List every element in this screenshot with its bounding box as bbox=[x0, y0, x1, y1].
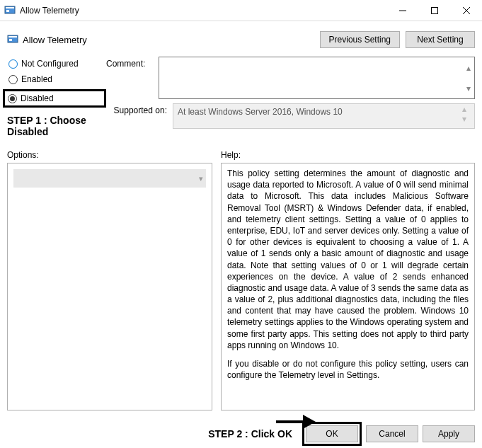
subtitle-icon bbox=[7, 34, 18, 45]
radio-icon bbox=[8, 75, 18, 84]
ok-highlight: OK bbox=[302, 422, 362, 446]
next-setting-button[interactable]: Next Setting bbox=[406, 31, 475, 48]
window-title: Allow Telemetry bbox=[20, 6, 386, 16]
options-label: Options: bbox=[7, 150, 212, 160]
radio-icon bbox=[8, 94, 17, 103]
help-text-1: This policy setting determines the amoun… bbox=[227, 168, 469, 351]
annotation-step1: STEP 1 : Choose Disabled bbox=[7, 112, 106, 143]
spin-down-icon[interactable]: ▾ bbox=[462, 78, 474, 98]
svg-rect-1 bbox=[6, 7, 14, 8]
cancel-button[interactable]: Cancel bbox=[366, 425, 418, 442]
spin-up-icon[interactable]: ▴ bbox=[462, 57, 474, 78]
spin-down-icon: ▾ bbox=[462, 114, 474, 124]
options-panel: ▾ bbox=[7, 163, 212, 410]
maximize-button[interactable] bbox=[418, 0, 450, 21]
help-text-2: If you disable or do not configure this … bbox=[227, 358, 469, 381]
radio-enabled[interactable]: Enabled bbox=[7, 74, 106, 85]
svg-rect-8 bbox=[8, 36, 17, 38]
radio-not-configured[interactable]: Not Configured bbox=[7, 58, 106, 69]
help-panel[interactable]: This policy setting determines the amoun… bbox=[221, 163, 475, 410]
radio-icon bbox=[8, 59, 18, 69]
help-label: Help: bbox=[221, 150, 475, 160]
options-dropdown: ▾ bbox=[13, 169, 206, 188]
previous-setting-button[interactable]: Previous Setting bbox=[320, 31, 400, 48]
app-icon bbox=[4, 5, 16, 16]
page-title: Allow Telemetry bbox=[23, 35, 320, 45]
supported-on-text: At least Windows Server 2016, Windows 10 bbox=[178, 107, 343, 117]
supported-on-label: Supported on: bbox=[106, 103, 170, 115]
close-button[interactable] bbox=[450, 0, 482, 21]
minimize-button[interactable] bbox=[386, 0, 418, 21]
apply-button[interactable]: Apply bbox=[423, 425, 475, 442]
titlebar: Allow Telemetry bbox=[0, 0, 482, 21]
supported-on-field: At least Windows Server 2016, Windows 10… bbox=[173, 103, 475, 129]
svg-rect-2 bbox=[6, 10, 9, 12]
ok-button[interactable]: OK bbox=[306, 425, 358, 442]
comment-label: Comment: bbox=[106, 57, 156, 69]
footer: STEP 2 : Click OK OK Cancel Apply bbox=[0, 416, 482, 448]
radio-disabled[interactable]: Disabled bbox=[3, 89, 106, 108]
comment-field[interactable]: ▴ ▾ bbox=[159, 57, 475, 99]
chevron-down-icon: ▾ bbox=[199, 174, 203, 183]
svg-rect-4 bbox=[431, 7, 437, 13]
spin-up-icon: ▴ bbox=[462, 104, 474, 114]
annotation-step2: STEP 2 : Click OK bbox=[208, 428, 292, 440]
svg-rect-9 bbox=[9, 39, 12, 41]
